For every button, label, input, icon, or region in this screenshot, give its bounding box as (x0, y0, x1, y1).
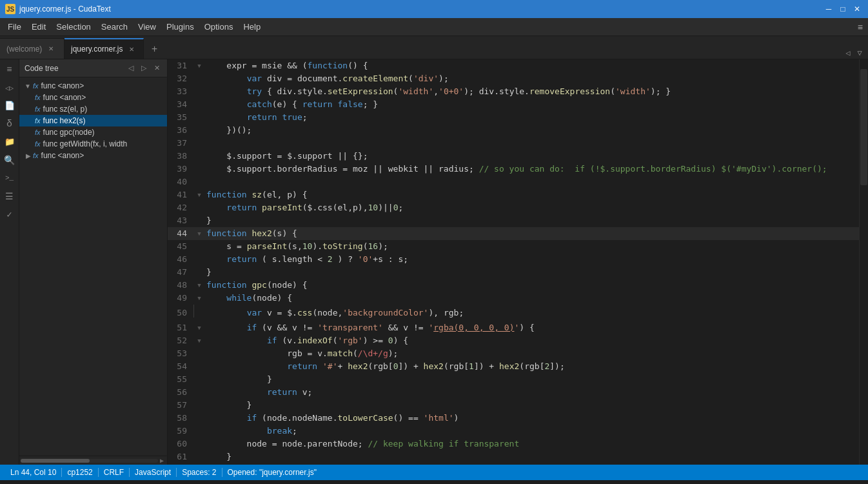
line-number: 32 (168, 72, 193, 85)
tree-item-6[interactable]: ▶ fx func <anon> (19, 150, 167, 161)
icon-sidebar: ≡ ◁▷ 📄 δ 📁 🔍 >_ ☰ ✓ (0, 59, 19, 465)
table-row: 43 } (168, 214, 859, 227)
table-row: 47 } (168, 266, 859, 279)
table-row: 42 return parseInt($.css(el,p),10)||0; (168, 201, 859, 214)
tree-item-3[interactable]: fx func hex2(s) (19, 115, 167, 126)
line-number: 57 (168, 399, 193, 412)
status-line-ending[interactable]: CRLF (99, 465, 129, 480)
menu-selection[interactable]: Selection (51, 21, 95, 33)
code-cell: function gpc(node) { (205, 279, 859, 292)
sidebar-icon-folder[interactable]: 📁 (2, 134, 17, 150)
hamburger-menu[interactable]: ≡ (855, 21, 865, 34)
line-number: 53 (168, 347, 193, 360)
code-cell: return ( s.length < 2 ) ? '0'+s : s; (205, 253, 859, 266)
table-row: 61 } (168, 450, 859, 463)
tree-close-btn[interactable]: ✕ (152, 63, 162, 74)
menu-options[interactable]: Options (199, 21, 239, 33)
code-cell: })(); (205, 124, 859, 137)
sidebar-icon-check[interactable]: ✓ (2, 207, 17, 222)
fold-indicator (193, 412, 205, 425)
tab-jquery-corner-close[interactable]: ✕ (126, 44, 137, 54)
menu-edit[interactable]: Edit (26, 21, 51, 33)
tree-prev-btn[interactable]: ◁ (126, 63, 136, 74)
fold-indicator (193, 85, 205, 98)
code-cell: } (205, 214, 859, 227)
fold-indicator (193, 98, 205, 111)
line-number: 60 (168, 438, 193, 450)
minimize-button[interactable]: ─ (823, 3, 834, 15)
menu-file[interactable]: File (3, 21, 26, 33)
tree-scrollbar-thumb[interactable] (21, 459, 90, 463)
menu-plugins[interactable]: Plugins (161, 21, 199, 33)
status-spaces[interactable]: Spaces: 2 (177, 465, 221, 480)
code-cell: node = node.parentNode; // keep walking … (205, 438, 859, 450)
tab-nav-right[interactable]: ▽ (854, 47, 865, 59)
fold-indicator (193, 124, 205, 137)
sidebar-icon-document[interactable]: 📄 (2, 98, 17, 114)
code-cell (205, 176, 859, 188)
code-tree-header: Code tree ◁ ▷ ✕ (19, 59, 167, 77)
line-number: 59 (168, 425, 193, 438)
tree-item-1-label: func <anon> (43, 93, 86, 102)
tree-item-6-label: func <anon> (41, 151, 84, 160)
fold-indicator[interactable]: ▼ (193, 279, 205, 292)
code-tree-scroll[interactable]: ▼ fx func <anon> fx func <anon> fx func … (19, 77, 167, 456)
tree-item-root[interactable]: ▼ fx func <anon> (19, 80, 167, 92)
sidebar-icon-list[interactable]: ☰ (2, 188, 17, 204)
tree-item-4[interactable]: fx func gpc(node) (19, 126, 167, 138)
menu-view[interactable]: View (133, 21, 161, 33)
fold-indicator[interactable]: ▼ (193, 227, 205, 240)
fx-icon-1: fx (35, 94, 41, 101)
sidebar-icon-arrows[interactable]: ◁▷ (2, 80, 17, 96)
code-cell: } (205, 450, 859, 463)
tree-next-btn[interactable]: ▷ (139, 63, 149, 74)
window-title: jquery.corner.js - CudaText (19, 5, 823, 14)
fold-indicator[interactable]: ▼ (193, 59, 205, 72)
line-number: 41 (168, 188, 193, 201)
status-ln-col[interactable]: Ln 44, Col 10 (5, 465, 61, 480)
tab-jquery-corner[interactable]: jquery.corner.js ✕ (64, 38, 144, 59)
code-cell: $.support = $.support || {}; (205, 150, 859, 163)
close-button[interactable]: ✕ (851, 3, 863, 15)
tab-nav-left[interactable]: ◁ (842, 47, 854, 59)
maximize-button[interactable]: □ (837, 3, 849, 15)
code-cell: if (v.indexOf('rgb') >= 0) { (205, 334, 859, 347)
code-cell: var v = $.css(node,'backgroundColor'), r… (205, 305, 859, 321)
status-encoding[interactable]: cp1252 (62, 465, 97, 480)
tab-welcome[interactable]: (welcome) ✕ (0, 38, 64, 59)
new-tab-button[interactable]: + (145, 41, 163, 59)
sidebar-icon-delta[interactable]: δ (2, 116, 17, 132)
tree-item-5[interactable]: fx func getWidth(fx, i, width (19, 138, 167, 150)
sidebar-icon-search[interactable]: 🔍 (2, 152, 17, 168)
tree-scroll-right[interactable]: ▶ (158, 457, 166, 465)
fold-indicator (193, 111, 205, 124)
sidebar-icon-menu[interactable]: ≡ (2, 62, 17, 77)
sidebar-icon-terminal[interactable]: >_ (2, 170, 17, 186)
fold-indicator[interactable]: ▼ (193, 292, 205, 305)
table-row: 46 return ( s.length < 2 ) ? '0'+s : s; (168, 253, 859, 266)
line-number: 58 (168, 412, 193, 425)
fold-indicator[interactable]: ▼ (193, 321, 205, 334)
fold-indicator (193, 450, 205, 463)
fold-indicator (193, 373, 205, 386)
minimap-scrollbar[interactable] (859, 59, 868, 465)
line-number: 52 (168, 334, 193, 347)
table-row: 39 $.support.borderRadius = moz || webki… (168, 163, 859, 176)
fold-indicator (193, 266, 205, 279)
editor-scroll[interactable]: 31 ▼ expr = msie && (function() { 32 var… (168, 59, 859, 465)
fold-indicator (193, 214, 205, 227)
menu-search[interactable]: Search (96, 21, 133, 33)
fold-indicator[interactable]: ▼ (193, 188, 205, 201)
tree-item-1[interactable]: fx func <anon> (19, 92, 167, 103)
table-row: 45 s = parseInt(s,10).toString(16); (168, 240, 859, 253)
fold-indicator (193, 347, 205, 360)
fold-indicator[interactable]: ▼ (193, 334, 205, 347)
minimap-thumb[interactable] (860, 69, 867, 185)
code-cell: } (205, 373, 859, 386)
tree-item-2[interactable]: fx func sz(el, p) (19, 103, 167, 115)
code-tree-content: ▼ fx func <anon> fx func <anon> fx func … (19, 77, 167, 164)
expand-arrow-root: ▼ (25, 83, 31, 90)
tab-welcome-close[interactable]: ✕ (46, 44, 56, 54)
menu-help[interactable]: Help (238, 21, 266, 33)
status-language[interactable]: JavaScript (130, 465, 176, 480)
